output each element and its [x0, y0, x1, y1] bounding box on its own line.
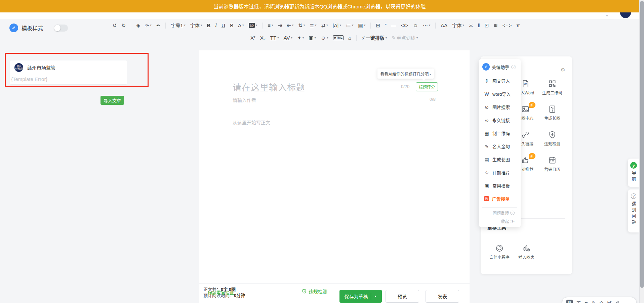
line-height-button[interactable]: ≣ ▾ — [308, 21, 318, 29]
help-edge-tab[interactable]: ? 遇到问题 — [628, 189, 639, 232]
ime-english-mode[interactable]: 英 — [576, 300, 581, 303]
tool-label: 壹伴小程序 — [489, 254, 510, 260]
more-tools-button[interactable]: ⋯ ▾ — [421, 21, 432, 29]
ime-fullwidth-toggle[interactable]: 全 — [599, 300, 604, 303]
menu-common-templates[interactable]: ▣ 常用模板 — [479, 179, 521, 192]
menu-ad-orders[interactable]: 热 广告接单 — [479, 192, 521, 205]
violation-check-button[interactable]: 违规检测 — [301, 288, 327, 295]
gear-icon[interactable]: ⚙ — [559, 67, 567, 73]
fine-tune-button[interactable]: ≋ — [492, 21, 499, 29]
author-input[interactable]: 请输入作者 — [233, 96, 256, 103]
clear-format-button[interactable]: ✒ — [155, 21, 162, 29]
indent-button[interactable]: ⇥ — [276, 21, 284, 29]
html-source-button[interactable]: HTML — [331, 34, 345, 42]
account-template-card[interactable]: 赣州 市场监管 赣州市场监管 {Template Error} — [10, 60, 127, 84]
menu-item-icon: ▣ — [484, 183, 489, 188]
nav-edge-tab[interactable]: y 导航 — [628, 159, 639, 187]
help-question-icon[interactable]: ? — [511, 65, 516, 69]
highlight-underline-button[interactable]: ✎ 重点划线 ▾ — [390, 34, 419, 42]
font-color-button[interactable]: A ▾ — [236, 21, 246, 29]
ime-pinyin-mode[interactable]: 拼 — [566, 300, 573, 303]
format-painter-button[interactable]: ✑ ▾ — [143, 21, 153, 29]
menu-import-article[interactable]: ⇩ 图文导入 — [479, 74, 521, 87]
menu-generate-long-image[interactable]: ▤ 生成长图 — [479, 153, 521, 166]
ime-pencil-icon[interactable]: ✎ — [592, 300, 596, 303]
insert-chart-button[interactable]: ⊡ — [483, 21, 491, 29]
ime-pen-icon[interactable]: ✒ — [585, 300, 588, 303]
emoji-button[interactable]: ☺ — [411, 21, 419, 29]
tool-generate-qrcode[interactable]: 生成二维码 — [539, 79, 566, 95]
paragraph-spacing-button[interactable]: ⇅ ▾ — [296, 21, 307, 29]
redo-button[interactable]: ↻ — [120, 21, 128, 29]
font-family-select[interactable]: 字体 ▾ — [189, 22, 204, 29]
menu-past-recommend[interactable]: ☆ 往期推荐 — [479, 166, 521, 179]
blockquote-button[interactable]: ” — [383, 21, 388, 29]
title-input[interactable]: 请在这里输入标题 — [233, 81, 305, 93]
qrcode-icon — [548, 79, 557, 88]
microphone-icon[interactable] — [615, 300, 620, 303]
menu-make-qrcode[interactable]: ▦ 制二维码 — [479, 127, 521, 140]
collapse-link[interactable]: 收起 ≫ — [499, 218, 517, 224]
menu-permanent-link[interactable]: ∞ 永久链接 — [479, 114, 521, 127]
caret-down-icon[interactable]: ▾ — [371, 295, 380, 298]
eraser-button[interactable]: ◈ — [134, 21, 142, 29]
sticker-button[interactable]: ☺ ▾ — [319, 34, 330, 42]
caret-down-icon: ▾ — [326, 24, 328, 27]
letter-width-button[interactable]: AV ▾ — [282, 34, 294, 42]
short-code-button[interactable]: <··> — [501, 21, 514, 29]
one-click-layout-button[interactable]: ⚡ 一键排版 ▾ — [360, 34, 389, 42]
material-library-button[interactable]: ⌂ — [347, 34, 353, 42]
preview-button[interactable]: 预览 — [386, 290, 419, 303]
both-side-indent-button[interactable]: ⇄ ▾ — [319, 21, 329, 29]
body-input[interactable]: 从这里开始写正文 — [233, 119, 270, 126]
scrollbar-thumb[interactable] — [640, 1, 644, 288]
title-style-button[interactable]: TT ▾ — [269, 34, 281, 42]
text-case-button[interactable]: AA — [439, 21, 449, 29]
punctuation-button[interactable]: ≍ — [467, 21, 475, 29]
save-draft-button[interactable]: 保存为草稿 ▾ — [339, 290, 382, 303]
align-button[interactable]: ≡ ▾ — [266, 21, 275, 29]
block-margin-button[interactable]: ▤ ▾ — [356, 21, 367, 29]
toolbar-item-glyph: ⊡ — [485, 23, 489, 28]
tool-insert-chart[interactable]: 插入图表 — [513, 244, 540, 260]
menu-image-search[interactable]: ⊙ 图片搜索 — [479, 100, 521, 114]
toolbar-item-glyph: HTML — [333, 35, 344, 40]
tool-generate-long-image[interactable]: 生成长图 — [539, 105, 566, 121]
magic-wand-button[interactable]: ✦ ▾ — [295, 34, 306, 42]
menu-import-word[interactable]: W word导入 — [479, 87, 521, 100]
italic-button[interactable]: I — [213, 21, 218, 29]
undo-button[interactable]: ↺ — [111, 21, 119, 29]
list-button[interactable]: ≔ ▾ — [344, 21, 355, 29]
first-line-indent-button[interactable]: ⇤ ▾ — [285, 21, 295, 29]
tool-marketing-calendar[interactable]: 营销日历 — [539, 156, 566, 172]
bold-button[interactable]: B — [205, 21, 212, 29]
divider-line-button[interactable]: — — [390, 21, 398, 29]
insert-image-button[interactable]: ▣ ▾ — [307, 34, 318, 42]
code-button[interactable]: </> — [399, 21, 410, 29]
highlight-color-button[interactable]: ab ▾ — [247, 21, 259, 29]
strikethrough-button[interactable]: S — [228, 21, 235, 29]
long-image-icon — [548, 105, 557, 114]
vertical-text-button[interactable]: ‖ — [476, 21, 481, 29]
template-style-toggle[interactable] — [54, 25, 68, 32]
letter-spacing-button[interactable]: |A| ▾ — [331, 21, 343, 29]
cloud-font-select[interactable]: 字体 ▾ — [450, 22, 466, 29]
header-dropdown-button[interactable]: ⌄ — [599, 12, 615, 19]
font-size-select[interactable]: 字号1 ▾ — [169, 22, 187, 29]
superscript-button[interactable]: X² — [249, 34, 257, 42]
subscript-button[interactable]: X₂ — [258, 34, 267, 42]
tool-violation-check[interactable]: 违规检测 — [539, 130, 566, 146]
toolbar-item-glyph: ≍ — [469, 23, 473, 28]
formula-button[interactable]: π — [515, 21, 521, 29]
insert-table-button[interactable]: ⊞ — [374, 21, 382, 29]
menu-famous-quotes[interactable]: ✎ 名人金句 — [479, 140, 521, 153]
publish-button[interactable]: 发表 — [426, 290, 459, 303]
title-score-button[interactable]: 标题评分 — [416, 82, 438, 91]
menu-item-label: 永久链接 — [492, 117, 510, 123]
feedback-link[interactable]: 问题反馈 ? — [491, 210, 517, 216]
import-article-button[interactable]: 导入文章 — [100, 96, 124, 105]
title-dup-check-link[interactable]: 标题重复验证 — [208, 289, 234, 296]
ime-traditional-toggle[interactable]: 繁 — [607, 300, 612, 303]
tool-miniprogram[interactable]: 壹伴小程序 — [486, 244, 513, 260]
underline-button[interactable]: U — [220, 21, 227, 29]
